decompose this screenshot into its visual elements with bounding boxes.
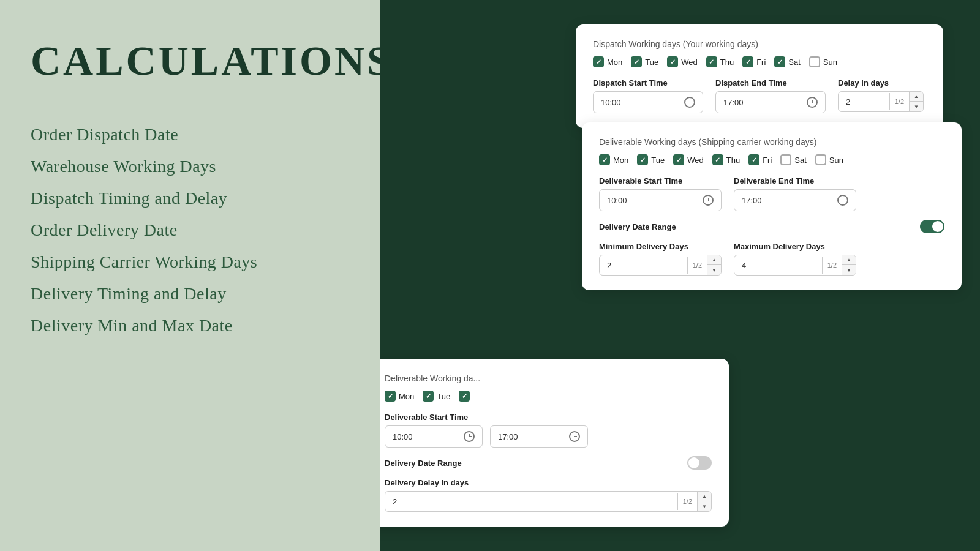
deliverable-sun-checkbox[interactable] (815, 154, 826, 165)
dispatch-sat-checkbox[interactable] (774, 56, 785, 67)
partial-day-mon[interactable]: Mon (385, 391, 414, 402)
deliverable-end-input[interactable]: 17:00 (734, 189, 856, 211)
delivery-date-range-toggle[interactable] (920, 220, 944, 233)
max-delivery-value: 4 (734, 256, 822, 275)
dispatch-start-clock-icon[interactable] (684, 97, 695, 108)
min-delivery-down[interactable]: ▼ (707, 265, 721, 275)
dispatch-tue-checkbox[interactable] (631, 56, 642, 67)
max-delivery-up[interactable]: ▲ (842, 255, 856, 265)
deliverable-wed-checkbox[interactable] (673, 154, 684, 165)
partial-extra-checkbox[interactable] (459, 391, 470, 402)
partial-date-range-label: Delivery Date Range (385, 459, 462, 468)
toggle-knob (932, 221, 943, 232)
dispatch-delay-spinner-buttons[interactable]: ▲ ▼ (909, 92, 923, 111)
deliverable-end-clock-icon[interactable] (837, 195, 848, 206)
deliverable-fri-label: Fri (763, 156, 772, 165)
partial-delay-up[interactable]: ▲ (698, 492, 711, 501)
partial-day-extra (459, 391, 470, 402)
dispatch-start-value: 10:00 (601, 98, 679, 107)
partial-end-clock-icon[interactable] (569, 431, 580, 442)
dispatch-tue-label: Tue (645, 58, 658, 67)
min-delivery-up[interactable]: ▲ (707, 255, 721, 265)
partial-date-range-toggle[interactable] (687, 456, 712, 470)
partial-start-input[interactable]: 10:00 (385, 425, 483, 448)
deliverable-mon-checkbox[interactable] (599, 154, 610, 165)
deliverable-start-group: Deliverable Start Time 10:00 (599, 176, 722, 211)
dispatch-start-label: Dispatch Start Time (593, 78, 703, 88)
max-delivery-buttons[interactable]: ▲ ▼ (842, 255, 856, 275)
partial-delay-spinner[interactable]: 2 1/2 ▲ ▼ (385, 491, 712, 512)
dispatch-fri-checkbox[interactable] (742, 56, 753, 67)
partial-toggle-knob (688, 457, 699, 468)
min-delivery-group: Minimum Delivery Days 2 1/2 ▲ ▼ (599, 242, 722, 276)
deliverable-thu-label: Thu (726, 156, 740, 165)
deliverable-tue-checkbox[interactable] (637, 154, 648, 165)
dispatch-day-wed[interactable]: Wed (667, 56, 698, 67)
menu-item-3[interactable]: Dispatch Timing and Delay (31, 186, 349, 211)
menu-item-1[interactable]: Order Dispatch Date (31, 122, 349, 148)
deliverable-day-thu[interactable]: Thu (712, 154, 740, 165)
partial-mon-label: Mon (399, 392, 414, 401)
max-delivery-fraction: 1/2 (822, 257, 842, 274)
dispatch-sun-checkbox[interactable] (809, 56, 820, 67)
menu-item-6[interactable]: Delivery Timing and Delay (31, 281, 349, 307)
max-delivery-label: Maximum Delivery Days (734, 242, 856, 251)
partial-delay-fraction: 1/2 (677, 493, 697, 510)
deliverable-sat-checkbox[interactable] (780, 154, 791, 165)
deliverable-thu-checkbox[interactable] (712, 154, 723, 165)
dispatch-thu-checkbox[interactable] (706, 56, 717, 67)
dispatch-delay-group: Delay in days 2 1/2 ▲ ▼ (838, 78, 924, 112)
dispatch-mon-checkbox[interactable] (593, 56, 604, 67)
dispatch-wed-checkbox[interactable] (667, 56, 678, 67)
dispatch-end-clock-icon[interactable] (807, 97, 818, 108)
dispatch-day-sat[interactable]: Sat (774, 56, 801, 67)
dispatch-day-tue[interactable]: Tue (631, 56, 658, 67)
dispatch-delay-spinner[interactable]: 2 1/2 ▲ ▼ (838, 91, 924, 112)
deliverable-day-tue[interactable]: Tue (637, 154, 665, 165)
deliverable-start-clock-icon[interactable] (703, 195, 714, 206)
deliverable-fri-checkbox[interactable] (748, 154, 760, 165)
deliverable-end-value: 17:00 (742, 196, 832, 205)
partial-day-tue[interactable]: Tue (423, 391, 450, 402)
partial-mon-checkbox[interactable] (385, 391, 396, 402)
deliverable-card: Deliverable Working days (Shipping carri… (582, 122, 962, 290)
deliverable-start-input[interactable]: 10:00 (599, 189, 722, 211)
partial-start-clock-icon[interactable] (464, 431, 475, 442)
min-delivery-buttons[interactable]: ▲ ▼ (707, 255, 721, 275)
dispatch-day-mon[interactable]: Mon (593, 56, 622, 67)
deliverable-day-sun[interactable]: Sun (815, 154, 843, 165)
menu-item-2[interactable]: Warehouse Working Days (31, 154, 349, 179)
max-delivery-down[interactable]: ▼ (842, 265, 856, 275)
deliverable-day-mon[interactable]: Mon (599, 154, 628, 165)
dispatch-delay-down[interactable]: ▼ (910, 102, 923, 111)
dispatch-end-input[interactable]: 17:00 (715, 91, 826, 113)
partial-end-input[interactable]: 17:00 (490, 425, 588, 448)
menu-item-4[interactable]: Order Delivery Date (31, 217, 349, 243)
partial-tue-checkbox[interactable] (423, 391, 434, 402)
dispatch-end-group: Dispatch End Time 17:00 (715, 78, 826, 113)
dispatch-mon-label: Mon (607, 58, 622, 67)
menu-item-5[interactable]: Shipping Carrier Working Days (31, 249, 349, 275)
dispatch-day-sun[interactable]: Sun (809, 56, 837, 67)
min-delivery-value: 2 (600, 256, 687, 275)
deliverable-time-row: Deliverable Start Time 10:00 Deliverable… (599, 176, 944, 211)
partial-delay-buttons[interactable]: ▲ ▼ (697, 492, 711, 511)
deliverable-day-sat[interactable]: Sat (780, 154, 807, 165)
dispatch-card: Dispatch Working days (Your working days… (576, 24, 943, 128)
deliverable-day-fri[interactable]: Fri (748, 154, 772, 165)
partial-start-label: Deliverable Start Time (385, 413, 712, 422)
dispatch-day-thu[interactable]: Thu (706, 56, 734, 67)
partial-delay-down[interactable]: ▼ (698, 501, 711, 511)
partial-time-inputs: 10:00 17:00 (385, 425, 712, 448)
max-delivery-spinner[interactable]: 4 1/2 ▲ ▼ (734, 255, 856, 276)
dispatch-fri-label: Fri (756, 58, 766, 67)
menu-item-7[interactable]: Delivery Min and Max Date (31, 313, 349, 339)
min-delivery-spinner[interactable]: 2 1/2 ▲ ▼ (599, 255, 722, 276)
dispatch-start-input[interactable]: 10:00 (593, 91, 703, 113)
partial-delay-label: Delivery Delay in days (385, 478, 712, 487)
dispatch-delay-up[interactable]: ▲ (910, 92, 923, 102)
dispatch-days-row: Mon Tue Wed Thu Fri (593, 56, 926, 67)
dispatch-day-fri[interactable]: Fri (742, 56, 766, 67)
partial-card-title: Deliverable Working da... (385, 373, 712, 383)
deliverable-day-wed[interactable]: Wed (673, 154, 704, 165)
